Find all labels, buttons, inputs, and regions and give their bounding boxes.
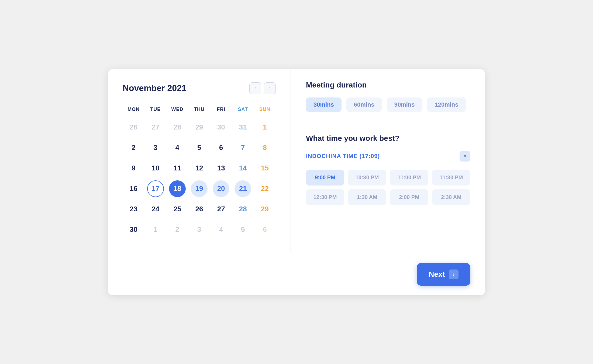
day-cell[interactable]: 19 [191,180,208,197]
time-option[interactable]: 10:30 PM [348,170,386,186]
day-header-wed: WED [166,104,188,115]
day-header-sat: SAT [232,104,254,115]
time-grid: 9:00 PM10:30 PM11:00 PM11:30 PM12:30 PM1… [306,170,470,205]
duration-option[interactable]: 120mins [427,97,466,112]
day-cell[interactable]: 9 [123,159,144,178]
calendar-panel: November 2021 ‹ › MON TUE WED THU FRI SA… [108,69,291,253]
day-cell[interactable]: 2 [123,138,144,158]
day-cell[interactable]: 3 [188,220,210,239]
day-cell[interactable]: 2 [166,220,188,239]
day-cell[interactable]: 1 [254,118,276,137]
day-cell[interactable]: 23 [123,200,144,219]
options-panel: Meeting duration 30mins60mins90mins120mi… [291,69,485,253]
day-cell[interactable]: 4 [210,220,232,239]
day-header-tue: TUE [144,104,166,115]
day-cell[interactable]: 5 [188,138,210,158]
day-cell[interactable]: 18 [169,180,186,197]
timezone-dropdown-button[interactable]: ▾ [460,151,470,162]
duration-options: 30mins60mins90mins120mins [306,97,470,112]
day-cell[interactable]: 14 [232,159,254,178]
day-cell[interactable]: 21 [235,180,251,197]
time-option[interactable]: 2:30 AM [432,189,470,205]
duration-option[interactable]: 90mins [387,97,422,112]
calendar-title: November 2021 [123,83,187,93]
timezone-row: INDOCHINA TIME (17:09) ▾ [306,151,470,162]
day-cell[interactable]: 4 [166,138,188,158]
day-cell[interactable]: 6 [254,220,276,239]
day-cell[interactable]: 5 [232,220,254,239]
day-cell[interactable]: 29 [254,200,276,219]
day-cell[interactable]: 12 [188,159,210,178]
day-cell[interactable]: 20 [213,180,229,197]
day-cell[interactable]: 27 [210,200,232,219]
day-cell[interactable]: 28 [166,118,188,137]
day-cell[interactable]: 15 [254,159,276,178]
duration-option[interactable]: 30mins [306,97,342,112]
day-cell[interactable]: 10 [144,159,166,178]
next-month-button[interactable]: › [264,82,276,94]
time-option[interactable]: 11:00 PM [390,170,428,186]
next-label: Next [429,270,445,279]
time-section: What time you work best? INDOCHINA TIME … [291,123,485,253]
day-cell[interactable]: 11 [166,159,188,178]
day-headers: MON TUE WED THU FRI SAT SUN [123,104,276,115]
day-header-fri: FRI [210,104,232,115]
next-button[interactable]: Next › [417,263,470,286]
time-option[interactable]: 11:30 PM [432,170,470,186]
card-body: November 2021 ‹ › MON TUE WED THU FRI SA… [108,69,485,253]
duration-title: Meeting duration [306,81,470,89]
day-cell[interactable]: 1 [144,220,166,239]
day-cell[interactable]: 26 [188,200,210,219]
next-arrow-icon: › [449,270,458,279]
day-cell[interactable]: 13 [210,159,232,178]
day-cell[interactable]: 22 [254,179,276,198]
day-cell[interactable]: 7 [232,138,254,158]
day-header-sun: SUN [254,104,276,115]
day-cell[interactable]: 30 [210,118,232,137]
day-cell[interactable]: 8 [254,138,276,158]
timezone-label: INDOCHINA TIME (17:09) [306,153,380,160]
calendar-grid: MON TUE WED THU FRI SAT SUN 262728293031… [123,104,276,239]
prev-month-button[interactable]: ‹ [249,82,261,94]
main-card: November 2021 ‹ › MON TUE WED THU FRI SA… [108,69,485,295]
day-cell[interactable]: 6 [210,138,232,158]
card-footer: Next › [108,253,485,295]
day-cell[interactable]: 30 [123,220,144,239]
day-cell[interactable]: 24 [144,200,166,219]
duration-option[interactable]: 60mins [346,97,382,112]
day-cell[interactable]: 17 [147,180,164,197]
duration-section: Meeting duration 30mins60mins90mins120mi… [291,69,485,123]
calendar-header: November 2021 ‹ › [123,82,276,94]
time-option[interactable]: 12:30 PM [306,189,344,205]
time-option[interactable]: 1:30 AM [348,189,386,205]
day-cell[interactable]: 26 [123,118,144,137]
day-cell[interactable]: 3 [144,138,166,158]
day-cell[interactable]: 31 [232,118,254,137]
day-cell[interactable]: 28 [232,200,254,219]
calendar-nav-buttons: ‹ › [249,82,276,94]
day-cell[interactable]: 25 [166,200,188,219]
day-header-mon: MON [123,104,144,115]
day-cell[interactable]: 27 [144,118,166,137]
days-grid: 2627282930311234567891011121314151617181… [123,118,276,239]
time-option[interactable]: 9:00 PM [306,170,344,186]
day-header-thu: THU [188,104,210,115]
day-cell[interactable]: 29 [188,118,210,137]
time-section-title: What time you work best? [306,134,470,143]
day-cell[interactable]: 16 [123,179,144,198]
time-option[interactable]: 2:00 PM [390,189,428,205]
